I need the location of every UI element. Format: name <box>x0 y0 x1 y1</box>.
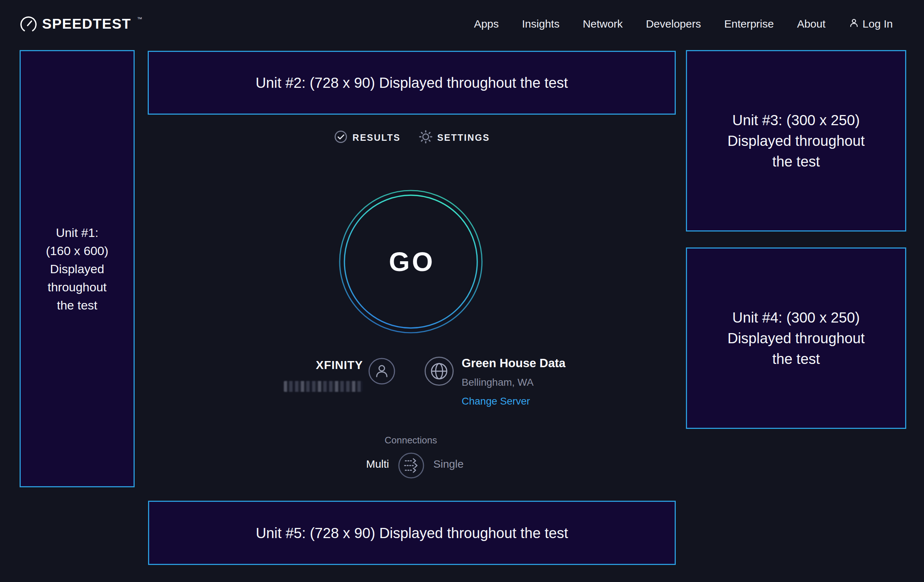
nav-item-apps[interactable]: Apps <box>474 18 499 30</box>
go-button[interactable]: GO <box>338 189 483 334</box>
login-link[interactable]: Log In <box>849 18 893 30</box>
ad-text: Unit #2: (728 x 90) Displayed throughout… <box>256 73 568 92</box>
go-label: GO <box>338 189 483 334</box>
person-circle-icon <box>368 358 396 386</box>
nav-item-about[interactable]: About <box>797 18 825 30</box>
tab-settings[interactable]: SETTINGS <box>419 130 490 145</box>
gauge-icon <box>20 15 37 33</box>
ad-text: the test <box>772 349 820 369</box>
speedtest-logo[interactable]: SPEEDTEST ™ <box>20 15 142 33</box>
ad-text: Unit #3: (300 x 250) <box>733 110 860 130</box>
brand-name: SPEEDTEST <box>42 15 131 33</box>
top-nav: SPEEDTEST ™ Apps Insights Network Develo… <box>0 0 924 48</box>
server-location: Bellingham, WA <box>462 377 566 388</box>
ad-text: the test <box>57 296 97 314</box>
nav-item-insights[interactable]: Insights <box>522 18 559 30</box>
gear-icon <box>419 130 432 145</box>
connections-title: Connections <box>365 435 456 446</box>
trademark-mark: ™ <box>137 16 142 22</box>
ad-text: Unit #5: (728 x 90) Displayed throughout… <box>256 524 568 542</box>
main-nav: Apps Insights Network Developers Enterpr… <box>474 18 893 30</box>
nav-item-network[interactable]: Network <box>583 18 623 30</box>
tabs-row: RESULTS SETTINGS <box>148 130 676 145</box>
redacted-ip-address <box>284 381 363 392</box>
server-name: Green House Data <box>462 356 566 370</box>
tab-settings-label: SETTINGS <box>437 132 490 143</box>
ad-text: throughout <box>48 278 107 296</box>
globe-circle-icon <box>424 356 454 388</box>
ad-text: Displayed throughout <box>727 328 865 349</box>
isp-name: XFINITY <box>269 358 363 372</box>
person-icon <box>849 18 859 30</box>
ad-unit-3[interactable]: Unit #3: (300 x 250) Displayed throughou… <box>686 50 906 231</box>
login-label: Log In <box>863 18 893 30</box>
tab-results-label: RESULTS <box>352 132 400 143</box>
ad-unit-2[interactable]: Unit #2: (728 x 90) Displayed throughout… <box>148 51 676 115</box>
ad-text: Displayed throughout <box>727 130 865 151</box>
ad-text: Displayed <box>50 260 104 278</box>
connections-single-label[interactable]: Single <box>433 458 506 470</box>
change-server-link[interactable]: Change Server <box>462 396 566 407</box>
tab-results[interactable]: RESULTS <box>334 130 400 145</box>
check-circle-icon <box>334 130 348 145</box>
ad-unit-5[interactable]: Unit #5: (728 x 90) Displayed throughout… <box>148 501 676 565</box>
nav-item-enterprise[interactable]: Enterprise <box>724 18 774 30</box>
ad-text: (160 x 600) <box>46 242 109 260</box>
ad-text: the test <box>772 151 820 172</box>
connections-multi-label[interactable]: Multi <box>317 458 389 470</box>
ad-unit-1[interactable]: Unit #1: (160 x 600) Displayed throughou… <box>20 50 135 487</box>
connections-toggle[interactable] <box>398 452 425 480</box>
ad-text: Unit #4: (300 x 250) <box>733 307 860 328</box>
nav-item-developers[interactable]: Developers <box>646 18 701 30</box>
triple-arrow-circle-icon <box>398 475 425 480</box>
ad-text: Unit #1: <box>56 224 98 242</box>
server-info: Green House Data Bellingham, WA Change S… <box>462 356 566 407</box>
ad-unit-4[interactable]: Unit #4: (300 x 250) Displayed throughou… <box>686 247 906 429</box>
